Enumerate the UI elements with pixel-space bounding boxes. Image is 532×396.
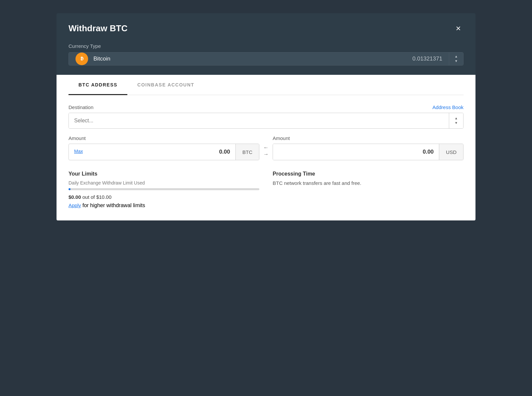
chevron-down-icon: ▼ bbox=[455, 121, 458, 125]
currency-select-row: Bitcoin 0.01321371 ▲ ▼ bbox=[68, 52, 464, 66]
progress-bar-container bbox=[68, 188, 259, 190]
daily-limit-label: Daily Exchange Withdraw Limit Used bbox=[68, 180, 259, 186]
usd-amount-col: Amount USD bbox=[273, 135, 464, 160]
modal-header: Withdraw BTC × bbox=[57, 13, 475, 43]
btc-amount-input[interactable] bbox=[83, 144, 235, 160]
usd-amount-input[interactable] bbox=[273, 144, 439, 160]
currency-name: Bitcoin bbox=[93, 56, 407, 62]
btc-amount-input-group: Max BTC bbox=[68, 144, 259, 160]
total-amount: $10.00 bbox=[96, 194, 111, 200]
apply-row: Apply for higher withdrawal limits bbox=[68, 202, 259, 208]
chevron-down-icon: ▼ bbox=[455, 60, 458, 63]
currency-balance: 0.01321371 bbox=[412, 56, 442, 62]
limit-mid-text: out of bbox=[82, 194, 96, 200]
limits-title: Your Limits bbox=[68, 171, 259, 177]
tabs: BTC ADDRESS COINBASE ACCOUNT bbox=[68, 75, 464, 95]
destination-field-header: Destination Address Book bbox=[68, 104, 464, 110]
chevron-up-icon: ▲ bbox=[455, 117, 458, 120]
btc-currency-tag: BTC bbox=[235, 144, 259, 160]
currency-select-main[interactable]: Bitcoin 0.01321371 bbox=[69, 53, 449, 65]
chevron-up-icon: ▲ bbox=[455, 55, 458, 58]
max-link[interactable]: Max bbox=[69, 144, 83, 160]
apply-link[interactable]: Apply bbox=[68, 202, 81, 208]
destination-field-row: Destination Address Book ▲ ▼ bbox=[68, 104, 464, 129]
currency-dropdown-button[interactable]: ▲ ▼ bbox=[449, 53, 463, 65]
btc-amount-label: Amount bbox=[68, 135, 259, 141]
processing-title: Processing Time bbox=[273, 171, 464, 177]
usd-amount-input-group: USD bbox=[273, 144, 464, 160]
modal-body: BTC ADDRESS COINBASE ACCOUNT Destination… bbox=[57, 75, 475, 220]
info-row: Your Limits Daily Exchange Withdraw Limi… bbox=[68, 171, 464, 208]
usd-amount-label: Amount bbox=[273, 135, 464, 141]
modal-title: Withdraw BTC bbox=[68, 23, 127, 34]
exchange-arrows: ← → bbox=[259, 145, 273, 157]
arrow-left-icon: ← bbox=[263, 145, 269, 151]
used-amount: $0.00 bbox=[68, 194, 81, 200]
amount-row: Amount Max BTC ← → Amount USD bbox=[68, 135, 464, 160]
currency-type-label: Currency Type bbox=[68, 43, 464, 49]
tab-btc-address[interactable]: BTC ADDRESS bbox=[68, 75, 127, 95]
processing-col: Processing Time BTC network transfers ar… bbox=[273, 171, 464, 208]
currency-section: Currency Type Bitcoin 0.01321371 ▲ ▼ bbox=[57, 43, 475, 75]
address-book-link[interactable]: Address Book bbox=[433, 104, 464, 110]
btc-icon bbox=[75, 53, 88, 65]
arrow-right-icon: → bbox=[263, 151, 269, 157]
destination-select: ▲ ▼ bbox=[68, 113, 464, 129]
tab-coinbase-account[interactable]: COINBASE ACCOUNT bbox=[127, 75, 204, 95]
limits-col: Your Limits Daily Exchange Withdraw Limi… bbox=[68, 171, 259, 208]
apply-suffix: for higher withdrawal limits bbox=[81, 202, 145, 208]
close-button[interactable]: × bbox=[453, 23, 464, 34]
destination-label: Destination bbox=[68, 104, 93, 110]
btc-amount-col: Amount Max BTC bbox=[68, 135, 259, 160]
usd-currency-tag: USD bbox=[439, 144, 463, 160]
destination-dropdown-button[interactable]: ▲ ▼ bbox=[449, 113, 463, 128]
limit-values: $0.00 out of $10.00 bbox=[68, 194, 259, 200]
processing-description: BTC network transfers are fast and free. bbox=[273, 180, 464, 186]
destination-input[interactable] bbox=[69, 113, 449, 128]
progress-bar-fill bbox=[68, 188, 70, 190]
